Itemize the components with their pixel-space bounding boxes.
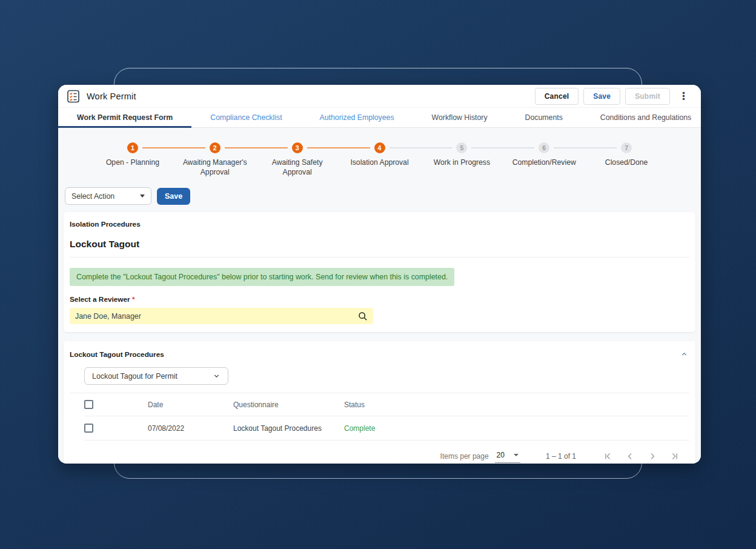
select-action-dropdown[interactable]: Select Action bbox=[65, 187, 151, 205]
lockout-tagout-procedures-panel: Lockout Tagout Procedures Lockout Tagout… bbox=[64, 341, 695, 464]
step-connector bbox=[471, 147, 534, 148]
header-actions: Cancel Save Submit ⋮ bbox=[535, 88, 692, 105]
table-row[interactable]: 07/08/2022 Lockout Tagout Procedures Com… bbox=[84, 416, 689, 441]
step-label: Awaiting Manager's Approval bbox=[176, 158, 254, 177]
isolation-procedures-panel: Isolation Procedures Lockout Tagout Comp… bbox=[64, 212, 695, 332]
step-connector bbox=[390, 147, 453, 148]
table-header-row: Date Questionnaire Status bbox=[84, 393, 689, 416]
work-permit-window: Work Permit Cancel Save Submit ⋮ Work Pe… bbox=[58, 85, 701, 464]
step-label: Open - Planning bbox=[106, 158, 159, 167]
form-body: 1 Open - Planning 2 Awaiting Manager's A… bbox=[58, 128, 701, 464]
step-circle: 4 bbox=[374, 142, 385, 153]
row-checkbox[interactable] bbox=[84, 424, 93, 433]
chevron-down-icon bbox=[213, 372, 220, 380]
status-badge: Complete bbox=[344, 424, 689, 433]
section-title: Isolation Procedures bbox=[70, 220, 689, 228]
action-row: Select Action Save bbox=[65, 187, 695, 205]
submit-button[interactable]: Submit bbox=[625, 88, 670, 105]
step-circle: 7 bbox=[621, 142, 632, 153]
save-button[interactable]: Save bbox=[583, 88, 620, 105]
procedures-table: Date Questionnaire Status 07/08/2022 Loc… bbox=[70, 393, 689, 441]
step-circle: 2 bbox=[210, 142, 220, 153]
last-page-icon[interactable] bbox=[669, 450, 681, 462]
caret-down-icon bbox=[514, 454, 519, 456]
tab-compliance-checklist[interactable]: Compliance Checklist bbox=[191, 108, 300, 127]
select-all-checkbox[interactable] bbox=[84, 400, 93, 409]
items-per-page-label: Items per page bbox=[440, 452, 489, 461]
previous-page-icon[interactable] bbox=[624, 450, 636, 462]
column-header-questionnaire: Questionnaire bbox=[233, 401, 344, 409]
select-action-value: Select Action bbox=[71, 192, 114, 201]
pager-nav bbox=[602, 450, 681, 462]
step-connector bbox=[554, 147, 617, 148]
tab-authorized-employees[interactable]: Authorized Employees bbox=[301, 108, 413, 127]
column-header-date: Date bbox=[148, 401, 233, 409]
step-connector bbox=[142, 147, 205, 148]
items-per-page-select[interactable]: 20 bbox=[495, 449, 520, 463]
action-save-button[interactable]: Save bbox=[157, 188, 190, 205]
window-header: Work Permit Cancel Save Submit ⋮ bbox=[58, 85, 701, 108]
items-per-page-value: 20 bbox=[497, 451, 505, 459]
next-page-icon[interactable] bbox=[646, 450, 658, 462]
page-title: Work Permit bbox=[87, 92, 136, 101]
workflow-stepper: 1 Open - Planning 2 Awaiting Manager's A… bbox=[91, 142, 668, 177]
lockout-tagout-heading: Lockout Tagout bbox=[70, 239, 689, 258]
search-icon[interactable] bbox=[358, 311, 368, 321]
tab-workflow-history[interactable]: Workflow History bbox=[413, 108, 506, 127]
step-label: Completion/Review bbox=[512, 158, 576, 167]
required-marker: * bbox=[132, 295, 135, 304]
step-circle: 6 bbox=[539, 142, 549, 153]
step-circle: 1 bbox=[127, 142, 138, 153]
tab-bar: Work Permit Request Form Compliance Chec… bbox=[58, 108, 701, 128]
caret-down-icon bbox=[140, 195, 145, 198]
tab-work-permit-request-form[interactable]: Work Permit Request Form bbox=[58, 108, 191, 127]
tab-documents[interactable]: Documents bbox=[506, 108, 582, 127]
step-circle: 5 bbox=[456, 142, 467, 153]
column-header-status: Status bbox=[344, 401, 689, 409]
pagination-bar: Items per page 20 1 – 1 of 1 bbox=[70, 449, 689, 463]
step-label: Awaiting Safety Approval bbox=[259, 158, 336, 177]
step-label: Isolation Approval bbox=[350, 158, 408, 167]
step-connector bbox=[225, 147, 288, 148]
step-circle: 3 bbox=[292, 142, 303, 153]
reviewer-label-text: Select a Reviewer bbox=[70, 295, 130, 304]
info-banner: Complete the "Lockout Tagout Procedures"… bbox=[70, 268, 454, 286]
step-closed-done[interactable]: 7 Closed/Done bbox=[585, 142, 668, 177]
questionnaire-dropdown-value: Lockout Tagout for Permit bbox=[92, 372, 177, 381]
cell-questionnaire: Lockout Tagout Procedures bbox=[233, 424, 344, 433]
step-label: Work in Progress bbox=[434, 158, 490, 167]
reviewer-field-label: Select a Reviewer * bbox=[70, 295, 689, 304]
procedures-panel-header: Lockout Tagout Procedures bbox=[70, 349, 689, 359]
first-page-icon[interactable] bbox=[602, 450, 614, 462]
step-label: Closed/Done bbox=[605, 158, 648, 167]
section-title: Lockout Tagout Procedures bbox=[70, 350, 164, 359]
step-connector bbox=[307, 147, 370, 148]
questionnaire-dropdown[interactable]: Lockout Tagout for Permit bbox=[84, 367, 228, 385]
pagination-range: 1 – 1 of 1 bbox=[546, 452, 576, 461]
tab-conditions-and-regulations[interactable]: Conditions and Regulations bbox=[582, 108, 701, 127]
reviewer-value: Jane Doe, Manager bbox=[75, 312, 141, 321]
kebab-menu-icon[interactable]: ⋮ bbox=[675, 91, 692, 101]
chevron-up-icon[interactable] bbox=[679, 349, 689, 359]
cancel-button[interactable]: Cancel bbox=[535, 88, 579, 105]
reviewer-search-input[interactable]: Jane Doe, Manager bbox=[70, 308, 373, 324]
cell-date: 07/08/2022 bbox=[148, 424, 233, 433]
checklist-icon bbox=[67, 90, 80, 103]
